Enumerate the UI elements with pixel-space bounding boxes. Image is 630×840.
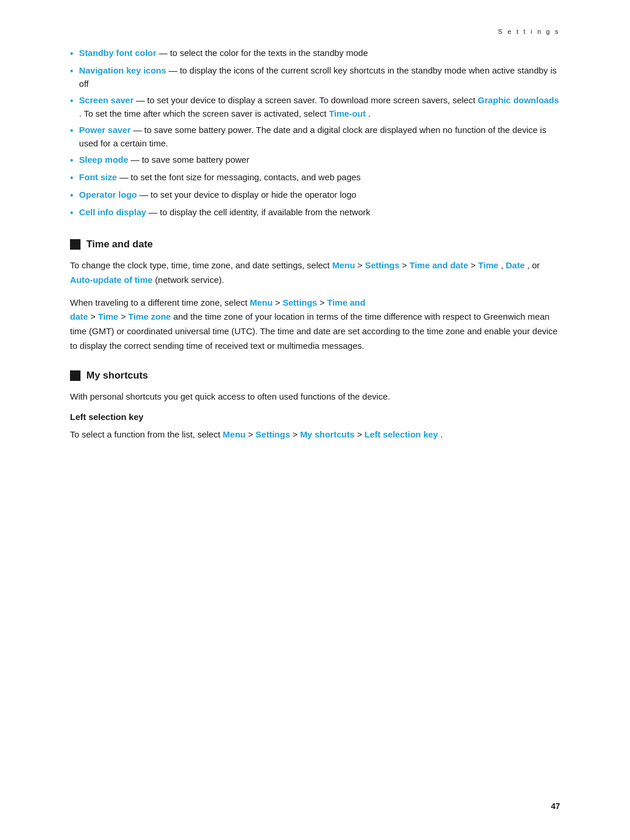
menu-link-3[interactable]: Menu — [223, 429, 246, 439]
para2-sep3: > — [90, 312, 98, 321]
auto-update-link[interactable]: Auto-update of time — [70, 275, 153, 285]
main-content: • Standby font color — to select the col… — [0, 47, 630, 497]
list-item: • Navigation key icons — to display the … — [70, 64, 560, 90]
list-item-text: Screen saver — to set your device to dis… — [79, 94, 560, 120]
lsk-sep1: > — [248, 429, 256, 439]
list-item-desc: — to select the color for the texts in t… — [159, 48, 368, 58]
list-item-desc: — to save some battery power. The date a… — [79, 125, 547, 148]
list-item: • Font size — to set the font size for m… — [70, 171, 560, 185]
para2-sep1: > — [275, 298, 283, 307]
standby-font-color-link[interactable]: Standby font color — [79, 48, 157, 58]
para1-sep1: > — [358, 260, 365, 270]
left-selection-key-title: Left selection key — [70, 412, 144, 422]
menu-link-2[interactable]: Menu — [250, 298, 272, 307]
bullet-dot: • — [70, 206, 74, 220]
my-shortcuts-paragraph1: With personal shortcuts you get quick ac… — [70, 390, 560, 404]
bullet-dot: • — [70, 47, 74, 61]
time-and-date-heading: Time and date — [70, 239, 560, 250]
section-icon-2 — [70, 370, 80, 381]
list-item: • Operator logo — to set your device to … — [70, 188, 560, 202]
settings-link-3[interactable]: Settings — [256, 429, 290, 439]
list-item-desc2: . To set the time after which the screen… — [79, 108, 329, 118]
para2-sep2: > — [320, 298, 327, 307]
my-shortcuts-heading: My shortcuts — [70, 370, 560, 382]
bullet-dot: • — [70, 153, 74, 167]
para1-sep2: > — [402, 260, 410, 270]
list-item-desc: — to set your device to display or hide … — [139, 190, 356, 200]
time-out-link[interactable]: Time-out — [329, 108, 366, 118]
para1-sep3: > — [471, 260, 478, 270]
bullet-dot: • — [70, 94, 74, 108]
bullet-dot: • — [70, 171, 74, 185]
cell-info-display-link[interactable]: Cell info display — [79, 207, 146, 217]
time-and-date-title: Time and date — [86, 239, 153, 250]
power-saver-link[interactable]: Power saver — [79, 125, 131, 135]
lsk-sep2: > — [292, 429, 300, 439]
list-item-desc: — to save some battery power — [131, 155, 249, 164]
lsk-sep3: > — [357, 429, 365, 439]
list-item-desc3: . — [368, 108, 370, 118]
my-shortcuts-title: My shortcuts — [86, 370, 148, 382]
list-item: • Sleep mode — to save some battery powe… — [70, 153, 560, 167]
navigation-key-icons-link[interactable]: Navigation key icons — [79, 65, 166, 75]
list-item-text: Power saver — to save some battery power… — [79, 124, 560, 150]
time-and-date-paragraph2: When traveling to a different time zone,… — [70, 296, 560, 354]
list-item-desc: — to display the cell identity, if avail… — [149, 207, 370, 217]
list-item: • Power saver — to save some battery pow… — [70, 124, 560, 150]
page-container: S e t t i n g s • Standby font color — t… — [0, 0, 630, 840]
list-item: • Cell info display — to display the cel… — [70, 206, 560, 220]
para1-sep5: , or — [527, 260, 540, 270]
list-item-desc: — to set the font size for messaging, co… — [120, 172, 361, 182]
date-link-1[interactable]: Date — [506, 260, 525, 270]
settings-link-2[interactable]: Settings — [283, 298, 317, 307]
list-item-desc: — to set your device to display a screen… — [136, 95, 478, 105]
list-item-text: Font size — to set the font size for mes… — [79, 171, 361, 184]
para2-sep4: > — [121, 312, 128, 321]
left-selection-key-paragraph: To select a function from the list, sele… — [70, 428, 560, 442]
operator-logo-link[interactable]: Operator logo — [79, 190, 137, 200]
list-item-text: Operator logo — to set your device to di… — [79, 188, 356, 202]
menu-link-1[interactable]: Menu — [332, 260, 355, 270]
time-zone-link[interactable]: Time zone — [128, 312, 171, 321]
time-and-date-paragraph1: To change the clock type, time, time zon… — [70, 258, 560, 288]
time-and-date-link-1[interactable]: Time and date — [410, 260, 468, 270]
screen-saver-link[interactable]: Screen saver — [79, 95, 134, 105]
para2-text1: When traveling to a different time zone,… — [70, 298, 250, 307]
lsk-text1: To select a function from the list, sele… — [70, 429, 223, 439]
para1-text1: To change the clock type, time, time zon… — [70, 260, 332, 270]
settings-link-1[interactable]: Settings — [365, 260, 400, 270]
page-header: S e t t i n g s — [0, 0, 630, 47]
lsk-after: . — [440, 429, 443, 439]
list-item-text: Cell info display — to display the cell … — [79, 206, 370, 219]
left-selection-key-heading: Left selection key — [70, 412, 560, 422]
shortcuts-desc: With personal shortcuts you get quick ac… — [70, 391, 390, 401]
bullet-dot: • — [70, 188, 74, 202]
sleep-mode-link[interactable]: Sleep mode — [79, 155, 128, 164]
para1-sep4: , — [501, 260, 506, 270]
section-title: S e t t i n g s — [498, 28, 560, 35]
section-icon — [70, 239, 80, 250]
time-link-2[interactable]: Time — [98, 312, 118, 321]
page-number: 47 — [551, 802, 560, 811]
time-link-1[interactable]: Time — [478, 260, 499, 270]
my-shortcuts-link[interactable]: My shortcuts — [300, 429, 354, 439]
list-item-text: Standby font color — to select the color… — [79, 47, 368, 60]
list-item: • Screen saver — to set your device to d… — [70, 94, 560, 120]
para1-after: (network service). — [155, 275, 224, 285]
bullet-dot: • — [70, 64, 74, 78]
list-item-text: Sleep mode — to save some battery power — [79, 153, 250, 167]
list-item: • Standby font color — to select the col… — [70, 47, 560, 61]
font-size-link[interactable]: Font size — [79, 172, 117, 182]
bullet-list: • Standby font color — to select the col… — [70, 47, 560, 220]
left-selection-key-link[interactable]: Left selection key — [365, 429, 438, 439]
list-item-text: Navigation key icons — to display the ic… — [79, 64, 560, 90]
bullet-dot: • — [70, 124, 74, 138]
graphic-downloads-link[interactable]: Graphic downloads — [478, 95, 559, 105]
